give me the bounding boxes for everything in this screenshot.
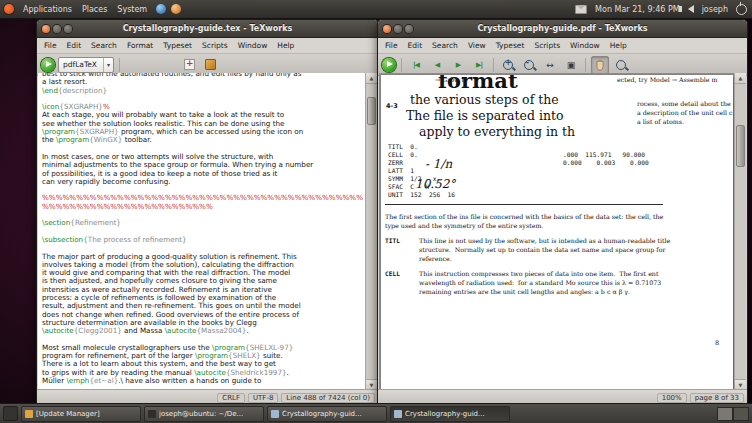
editor-line: can very rapidly become confusing. — [42, 178, 366, 186]
minimize-button[interactable] — [53, 25, 61, 33]
editor-menu-help[interactable]: Help — [272, 40, 299, 51]
toolbar-misc-icon-1[interactable] — [180, 56, 198, 74]
taskbar-item[interactable]: [Update Manager] — [21, 406, 141, 422]
power-icon[interactable] — [736, 4, 747, 15]
previous-page-icon: ◀ — [435, 61, 439, 69]
pdf-text-fragment: remaining entries are the unit cell leng… — [419, 288, 630, 295]
scroll-up-icon[interactable]: ▲ — [735, 73, 746, 84]
clock[interactable]: Mon Mar 21, 9:46 PM — [595, 5, 680, 14]
pdf-text-fragment: format — [438, 75, 518, 93]
hand-tool-button[interactable] — [591, 56, 609, 74]
volume-icon[interactable] — [688, 5, 694, 13]
editor-line: %%%%%%%%%%%%%%%%%%%%%%%%%%%%%%%%%%%%%%%%… — [42, 194, 366, 211]
editor-menu-edit[interactable]: Edit — [62, 40, 87, 51]
editor-menu-file[interactable]: File — [39, 40, 62, 51]
panel-menu-system[interactable]: System — [113, 4, 151, 15]
close-button[interactable] — [383, 25, 391, 33]
show-desktop-icon[interactable] — [3, 406, 18, 421]
zoom-level-indicator[interactable]: 100% — [657, 393, 687, 403]
maximize-button[interactable] — [64, 25, 72, 33]
typeset-button[interactable] — [382, 58, 396, 72]
editor-menu-window[interactable]: Window — [233, 40, 273, 51]
editor-titlebar[interactable]: Crystallography-guide.tex - TeXworks — [37, 20, 378, 38]
editor-line: \end{description} — [42, 87, 366, 95]
taskbar-item[interactable]: Crystallography-guid... — [390, 406, 510, 422]
pdf-titlebar[interactable]: Crystallography-guide.pdf - TeXworks — [378, 20, 747, 38]
texworks-icon — [271, 410, 279, 418]
pdf-text-fragment: The file is separated into — [406, 108, 564, 123]
scroll-up-icon[interactable]: ▲ — [366, 73, 377, 84]
session-username[interactable]: joseph — [702, 5, 728, 14]
pdf-text-fragment: a description of the unit cell c — [637, 109, 733, 116]
pdf-text-fragment: This line is not used by the software, b… — [419, 237, 670, 244]
panel-menu-applications[interactable]: Applications — [19, 4, 76, 15]
workspace-1[interactable] — [717, 407, 733, 421]
pdf-menu-file[interactable]: File — [380, 40, 403, 51]
panel-menu-places[interactable]: Places — [78, 4, 111, 15]
line-ending-indicator[interactable]: CRLF — [217, 393, 245, 403]
pdf-text-fragment: ected, try Model → Assemble m — [617, 76, 717, 83]
zoom-in-icon: + — [503, 60, 513, 70]
help-launcher-icon[interactable] — [171, 4, 181, 14]
magnifier-icon — [616, 60, 626, 70]
next-page-button[interactable]: ▶ — [449, 56, 467, 74]
pdf-viewport[interactable]: → Grow tformatected, try Model → Assembl… — [379, 73, 735, 390]
typeset-button[interactable] — [41, 58, 55, 72]
editor-menu-typeset[interactable]: Typeset — [158, 40, 197, 51]
pdf-scroll-thumb[interactable] — [736, 125, 745, 167]
workspace-switcher[interactable] — [717, 407, 749, 421]
taskbar-item[interactable]: Crystallography-guid... — [267, 406, 387, 422]
maximize-button[interactable] — [405, 25, 413, 33]
workspace-2[interactable] — [733, 407, 749, 421]
editor-scroll-thumb[interactable] — [367, 97, 376, 125]
first-page-button[interactable]: |◀ — [407, 56, 425, 74]
pdf-text-fragment: The first section of the ins file is con… — [385, 213, 663, 220]
fit-window-button[interactable]: ▣ — [562, 56, 580, 74]
editor-scrollbar[interactable]: ▲ ▼ — [365, 73, 377, 390]
pdf-menu-scripts[interactable]: Scripts — [529, 40, 565, 51]
pdf-text-fragment: CELL 0. — [388, 151, 418, 158]
zoom-out-icon: - — [524, 60, 534, 70]
pdf-scrollbar[interactable]: ▲ ▼ — [734, 73, 746, 390]
update-manager-icon — [25, 410, 33, 418]
pdf-menu-view[interactable]: View — [463, 40, 491, 51]
minimize-button[interactable] — [394, 25, 402, 33]
source-editor[interactable]: best to stick with the automated routine… — [38, 73, 366, 390]
fit-width-button[interactable]: ↔ — [541, 56, 559, 74]
pdf-menu-help[interactable]: Help — [605, 40, 632, 51]
editor-line: \autocite{Clegg2001} and Massa \autocite… — [42, 327, 366, 335]
zoom-out-button[interactable]: - — [520, 56, 538, 74]
first-page-icon: |◀ — [413, 61, 419, 69]
close-button[interactable] — [42, 25, 50, 33]
hand-icon — [595, 59, 605, 71]
editor-menu-format[interactable]: Format — [122, 40, 158, 51]
toolbar-separator — [493, 58, 494, 72]
pdf-text-fragment: a list of atoms. — [637, 118, 684, 125]
pdf-text-fragment: 0.000 0.003 0.000 — [563, 159, 649, 166]
last-page-icon: ▶| — [476, 61, 482, 69]
editor-menubar: FileEditSearchFormatTypesetScriptsWindow… — [37, 38, 378, 54]
ubuntu-logo-icon[interactable] — [4, 4, 14, 14]
editor-window: Crystallography-guide.tex - TeXworks Fil… — [36, 19, 379, 406]
toolbar-misc-icon-2[interactable] — [201, 56, 219, 74]
pdf-menu-window[interactable]: Window — [565, 40, 605, 51]
pdf-text-fragment: .000 115.971 90.000 — [563, 151, 645, 158]
fit-width-icon: ↔ — [546, 60, 554, 70]
browser-launcher-icon[interactable] — [156, 4, 166, 14]
editor-line: \section{Refinement} — [42, 219, 366, 227]
previous-page-button[interactable]: ◀ — [428, 56, 446, 74]
typeset-engine-select[interactable]: pdfLaTeX ▾ — [58, 57, 114, 73]
last-page-button[interactable]: ▶| — [470, 56, 488, 74]
pdf-menu-edit[interactable]: Edit — [403, 40, 428, 51]
editor-menu-search[interactable]: Search — [86, 40, 122, 51]
pdf-text-fragment: type used and the symmetry of the entire… — [385, 222, 543, 229]
zoom-in-button[interactable]: + — [499, 56, 517, 74]
pdf-menu-search[interactable]: Search — [427, 40, 463, 51]
magnifier-tool-button[interactable] — [612, 56, 630, 74]
editor-window-title: Crystallography-guide.tex - TeXworks — [37, 24, 378, 33]
editor-menu-scripts[interactable]: Scripts — [197, 40, 233, 51]
encoding-indicator[interactable]: UTF-8 — [248, 393, 278, 403]
pdf-menu-typeset[interactable]: Typeset — [491, 40, 530, 51]
taskbar-item[interactable]: joseph@ubuntu: ~/De... — [144, 406, 264, 422]
messaging-indicator-icon[interactable] — [575, 5, 587, 14]
